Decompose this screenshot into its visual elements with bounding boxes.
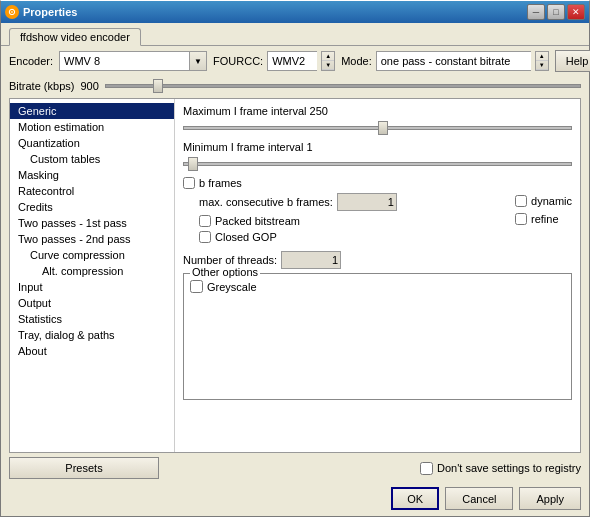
packed-bitstream-checkbox[interactable] <box>199 215 211 227</box>
max-consec-row: max. consecutive b frames: <box>199 193 507 211</box>
minimize-button[interactable]: ─ <box>527 4 545 20</box>
title-bar: ⊙ Properties ─ □ ✕ <box>1 1 589 23</box>
max-iframe-slider-row <box>183 121 572 135</box>
spin-down-icon[interactable]: ▼ <box>322 61 334 70</box>
max-iframe-label: Maximum I frame interval 250 <box>183 105 572 117</box>
ok-button[interactable]: OK <box>391 487 439 510</box>
max-iframe-slider[interactable] <box>183 121 572 135</box>
encoder-select: ▼ <box>59 51 207 71</box>
close-button[interactable]: ✕ <box>567 4 585 20</box>
sidebar-item-input[interactable]: Input <box>10 279 174 295</box>
max-iframe-track <box>183 126 572 130</box>
tab-bar: ffdshow video encoder <box>1 23 589 45</box>
content-area: Maximum I frame interval 250 Minimum I f… <box>175 99 580 452</box>
mode-spin-btn[interactable]: ▲ ▼ <box>535 51 549 71</box>
tab-ffdshow-video-encoder[interactable]: ffdshow video encoder <box>9 28 141 46</box>
sidebar-item-two-passes-2nd[interactable]: Two passes - 2nd pass <box>10 231 174 247</box>
dynamic-row: dynamic <box>515 195 572 207</box>
sidebar-item-quantization[interactable]: Quantization <box>10 135 174 151</box>
bitrate-label: Bitrate (kbps) <box>9 80 74 92</box>
sidebar-item-alt-compression[interactable]: Alt. compression <box>10 263 174 279</box>
greyscale-row: Greyscale <box>190 280 565 293</box>
sidebar-item-curve-compression[interactable]: Curve compression <box>10 247 174 263</box>
dynamic-checkbox[interactable] <box>515 195 527 207</box>
other-options-spacer <box>190 293 565 393</box>
action-buttons: OK Cancel Apply <box>1 483 589 516</box>
closed-gop-checkbox[interactable] <box>199 231 211 243</box>
max-iframe-thumb[interactable] <box>378 121 388 135</box>
sidebar-item-generic[interactable]: Generic <box>10 103 174 119</box>
packed-bitstream-row: Packed bitstream <box>199 215 507 227</box>
refine-checkbox[interactable] <box>515 213 527 225</box>
min-iframe-label: Minimum I frame interval 1 <box>183 141 572 153</box>
greyscale-label: Greyscale <box>207 281 257 293</box>
mode-label: Mode: <box>341 55 372 67</box>
sidebar-item-statistics[interactable]: Statistics <box>10 311 174 327</box>
mode-section: Mode: ▲ ▼ <box>341 51 549 71</box>
encoder-label: Encoder: <box>9 55 53 67</box>
bitrate-slider-thumb[interactable] <box>153 79 163 93</box>
fourcc-label: FOURCC: <box>213 55 263 67</box>
spin-up-icon[interactable]: ▲ <box>322 52 334 61</box>
fourcc-input[interactable] <box>267 51 317 71</box>
bitrate-row: Bitrate (kbps) 900 <box>1 76 589 98</box>
bitrate-value: 900 <box>80 80 98 92</box>
sidebar-item-two-passes-1st[interactable]: Two passes - 1st pass <box>10 215 174 231</box>
min-iframe-thumb[interactable] <box>188 157 198 171</box>
max-consec-input[interactable] <box>337 193 397 211</box>
packed-bitstream-label: Packed bitstream <box>215 215 300 227</box>
sidebar-item-masking[interactable]: Masking <box>10 167 174 183</box>
dont-save-checkbox[interactable] <box>420 462 433 475</box>
sidebar-item-output[interactable]: Output <box>10 295 174 311</box>
b-frames-checkbox[interactable] <box>183 177 195 189</box>
min-iframe-slider[interactable] <box>183 157 572 171</box>
max-consec-section: max. consecutive b frames: Packed bitstr… <box>199 193 507 247</box>
fourcc-section: FOURCC: ▲ ▼ <box>213 51 335 71</box>
greyscale-checkbox[interactable] <box>190 280 203 293</box>
cancel-button[interactable]: Cancel <box>445 487 513 510</box>
max-consec-label: max. consecutive b frames: <box>199 196 333 208</box>
mode-input[interactable] <box>376 51 531 71</box>
b-frames-label: b frames <box>199 177 242 189</box>
refine-row: refine <box>515 213 572 225</box>
other-options-group-title: Other options <box>190 266 260 278</box>
apply-button[interactable]: Apply <box>519 487 581 510</box>
title-buttons: ─ □ ✕ <box>527 4 585 20</box>
toolbar: Encoder: ▼ FOURCC: ▲ ▼ Mode: ▲ ▼ Help <box>1 45 589 76</box>
fourcc-spin-btn[interactable]: ▲ ▼ <box>321 51 335 71</box>
min-iframe-slider-row <box>183 157 572 171</box>
maximize-button[interactable]: □ <box>547 4 565 20</box>
presets-button[interactable]: Presets <box>9 457 159 479</box>
window-title: Properties <box>23 6 77 18</box>
other-options-group: Other options Greyscale <box>183 273 572 400</box>
main-content: Generic Motion estimation Quantization C… <box>9 98 581 453</box>
mode-spin-up-icon[interactable]: ▲ <box>536 52 548 61</box>
properties-window: ⊙ Properties ─ □ ✕ ffdshow video encoder… <box>0 0 590 517</box>
encoder-dropdown-btn[interactable]: ▼ <box>189 51 207 71</box>
threads-input[interactable] <box>281 251 341 269</box>
app-icon: ⊙ <box>5 5 19 19</box>
encoder-input[interactable] <box>59 51 189 71</box>
sidebar-item-ratecontrol[interactable]: Ratecontrol <box>10 183 174 199</box>
bitrate-slider-track <box>105 84 581 88</box>
sidebar-item-credits[interactable]: Credits <box>10 199 174 215</box>
dont-save-row: Don't save settings to registry <box>420 462 581 475</box>
mode-spin-down-icon[interactable]: ▼ <box>536 61 548 70</box>
dont-save-label: Don't save settings to registry <box>437 462 581 474</box>
dynamic-label: dynamic <box>531 195 572 207</box>
sidebar-item-motion-estimation[interactable]: Motion estimation <box>10 119 174 135</box>
sidebar: Generic Motion estimation Quantization C… <box>10 99 175 452</box>
sidebar-item-tray[interactable]: Tray, dialog & paths <box>10 327 174 343</box>
refine-label: refine <box>531 213 559 225</box>
sidebar-item-about[interactable]: About <box>10 343 174 359</box>
min-iframe-track <box>183 162 572 166</box>
closed-gop-row: Closed GOP <box>199 231 507 243</box>
sidebar-item-custom-tables[interactable]: Custom tables <box>10 151 174 167</box>
threads-label: Number of threads: <box>183 254 277 266</box>
right-checkboxes: dynamic refine <box>515 193 572 229</box>
bitrate-slider-container <box>105 78 581 94</box>
b-frames-row: b frames <box>183 177 572 189</box>
closed-gop-label: Closed GOP <box>215 231 277 243</box>
bottom-bar: Presets Don't save settings to registry <box>1 453 589 483</box>
help-button[interactable]: Help <box>555 50 590 72</box>
